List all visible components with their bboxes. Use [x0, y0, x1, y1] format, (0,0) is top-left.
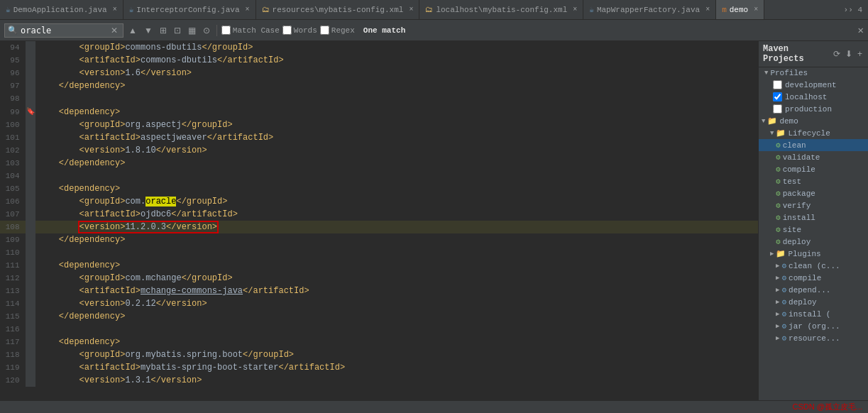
sidebar-item-package[interactable]: ⚙ package: [759, 187, 868, 199]
search-find-all-button[interactable]: ⊞: [158, 25, 169, 36]
sidebar-item-deploy[interactable]: ⚙ deploy: [759, 236, 868, 248]
code-content: <version>1.8.10</version>: [35, 144, 758, 157]
artifact-link[interactable]: mchange-commons-java: [141, 286, 243, 296]
gutter-cell: [26, 67, 35, 79]
match-case-option[interactable]: Match Case: [221, 26, 280, 35]
gutter-cell: [26, 246, 35, 259]
gutter-cell: [26, 92, 35, 105]
folder-icon: 📁: [776, 128, 786, 138]
profiles-label: Profiles: [770, 69, 808, 77]
panel-add-button[interactable]: +: [856, 48, 864, 60]
sidebar-item-test[interactable]: ⚙ test: [759, 175, 868, 187]
sidebar-item-plugin-clean[interactable]: ▶ ⚙ clean (c...: [759, 260, 868, 272]
sidebar-item-localhost[interactable]: localhost: [759, 91, 868, 103]
search-prev-button[interactable]: ▲: [126, 25, 139, 36]
match-case-label: Match Case: [233, 26, 280, 35]
tab-overflow-label: ›› 4: [844, 6, 862, 14]
search-options-button[interactable]: ⊡: [172, 25, 183, 36]
tab-java-icon: ☕: [589, 5, 594, 14]
tab-mapwrapper[interactable]: ☕ MapWrapperFactory.java ×: [583, 0, 716, 19]
line-number: 118: [0, 348, 26, 361]
sidebar-item-plugin-resource[interactable]: ▶ ⚙ resource...: [759, 332, 868, 344]
search-input[interactable]: [21, 26, 106, 35]
lifecycle-icon: ⚙: [776, 177, 781, 186]
words-checkbox[interactable]: [282, 26, 292, 35]
search-input-wrap: 🔍 ✕: [4, 23, 123, 38]
gutter-cell: [26, 297, 35, 310]
words-option[interactable]: Words: [282, 26, 317, 35]
code-content: <artifactId>commons-dbutils</artifactId>: [35, 54, 758, 67]
gutter-cell: [26, 182, 35, 195]
search-close-button[interactable]: ✕: [858, 24, 864, 36]
code-area[interactable]: 94 <groupId>commons-dbutils</groupId> 95…: [0, 41, 758, 400]
regex-checkbox[interactable]: [320, 26, 329, 35]
sidebar-item-plugin-deploy[interactable]: ▶ ⚙ deploy: [759, 296, 868, 308]
panel-download-button[interactable]: ⬇: [844, 48, 854, 60]
development-checkbox[interactable]: [773, 80, 782, 89]
search-filter-button[interactable]: ▦: [186, 25, 198, 36]
table-row: 113 <artifactId>mchange-commons-java</ar…: [0, 285, 758, 297]
sidebar-item-development[interactable]: development: [759, 79, 868, 91]
gutter-cell: [26, 285, 35, 297]
deploy-label: deploy: [783, 238, 811, 246]
search-clear-button[interactable]: ✕: [109, 25, 120, 36]
gutter-cell: [26, 361, 35, 374]
sidebar-item-validate[interactable]: ⚙ validate: [759, 151, 868, 163]
development-label: development: [785, 81, 837, 89]
panel-refresh-button[interactable]: ⟳: [832, 48, 842, 60]
tab-interceptor-config[interactable]: ☕ InterceptorConfig.java ×: [123, 0, 256, 19]
match-case-checkbox[interactable]: [221, 26, 231, 35]
sidebar-item-install[interactable]: ⚙ install: [759, 211, 868, 224]
code-content: <artifactId>ojdbc6</artifactId>: [35, 208, 758, 221]
sidebar-item-demo[interactable]: ▼ 📁 demo: [759, 115, 868, 127]
code-content: <dependency>: [35, 259, 758, 272]
tab-close-icon[interactable]: ×: [705, 6, 710, 13]
regex-option[interactable]: Regex: [320, 26, 355, 35]
search-scope-button[interactable]: ⊙: [201, 25, 212, 36]
chevron-right-icon: ▶: [776, 334, 779, 342]
tab-localhost-mybatis[interactable]: 🗂 localhost\mybatis-config.xml ×: [419, 0, 583, 19]
sidebar-item-verify[interactable]: ⚙ verify: [759, 199, 868, 211]
sidebar-item-plugin-jar[interactable]: ▶ ⚙ jar (org...: [759, 320, 868, 332]
localhost-checkbox[interactable]: [773, 92, 782, 101]
tab-xml-icon: 🗂: [425, 5, 433, 14]
tab-demo-application[interactable]: ☕ DemoApplication.java ×: [0, 0, 123, 19]
sidebar-item-plugin-install[interactable]: ▶ ⚙ install (: [759, 308, 868, 320]
sidebar-item-plugins[interactable]: ▶ 📁 Plugins: [759, 248, 868, 260]
sidebar-item-profiles[interactable]: ▼ Profiles: [759, 67, 868, 79]
tab-resources-mybatis[interactable]: 🗂 resources\mybatis-config.xml ×: [256, 0, 420, 19]
line-number: 98: [0, 92, 26, 105]
sidebar-item-site[interactable]: ⚙ site: [759, 224, 868, 236]
plugin-jar-label: jar (org...: [789, 322, 840, 331]
chevron-right-icon: ▶: [776, 274, 779, 282]
table-row: 115 </dependency>: [0, 310, 758, 323]
version-highlight-box: <version>11.2.0.3</version>: [79, 222, 217, 232]
regex-label: Regex: [331, 26, 355, 35]
sidebar-item-compile[interactable]: ⚙ compile: [759, 163, 868, 175]
chevron-down-icon: ▼: [770, 130, 774, 137]
tab-java-icon: ☕: [6, 5, 11, 14]
sidebar-item-production[interactable]: production: [759, 103, 868, 115]
tab-label: resources\mybatis-config.xml: [273, 6, 404, 14]
gutter-cell: [26, 157, 35, 170]
chevron-down-icon: ▼: [764, 70, 768, 77]
code-content: </dependency>: [35, 157, 758, 170]
sidebar-item-plugin-depend[interactable]: ▶ ⚙ depend...: [759, 284, 868, 296]
production-checkbox[interactable]: [773, 104, 782, 114]
sidebar-item-plugin-compile[interactable]: ▶ ⚙ compile: [759, 272, 868, 284]
search-next-button[interactable]: ▼: [142, 25, 155, 36]
tab-close-icon[interactable]: ×: [409, 6, 413, 13]
tab-demo-pom[interactable]: m demo ×: [716, 0, 764, 19]
tab-close-icon[interactable]: ×: [246, 6, 250, 13]
line-number: 107: [0, 208, 26, 221]
plugin-compile-label: compile: [789, 274, 821, 282]
chevron-right-icon: ▶: [770, 250, 774, 258]
sidebar-item-clean[interactable]: ⚙ clean: [759, 139, 868, 151]
test-label: test: [783, 177, 801, 186]
chevron-down-icon: ▼: [762, 118, 765, 125]
tab-close-icon[interactable]: ×: [573, 6, 577, 13]
sidebar-item-lifecycle[interactable]: ▼ 📁 Lifecycle: [759, 127, 868, 139]
tab-close-icon[interactable]: ×: [113, 6, 117, 13]
tab-close-icon[interactable]: ×: [754, 6, 758, 13]
tab-overflow[interactable]: ›› 4: [838, 0, 868, 19]
